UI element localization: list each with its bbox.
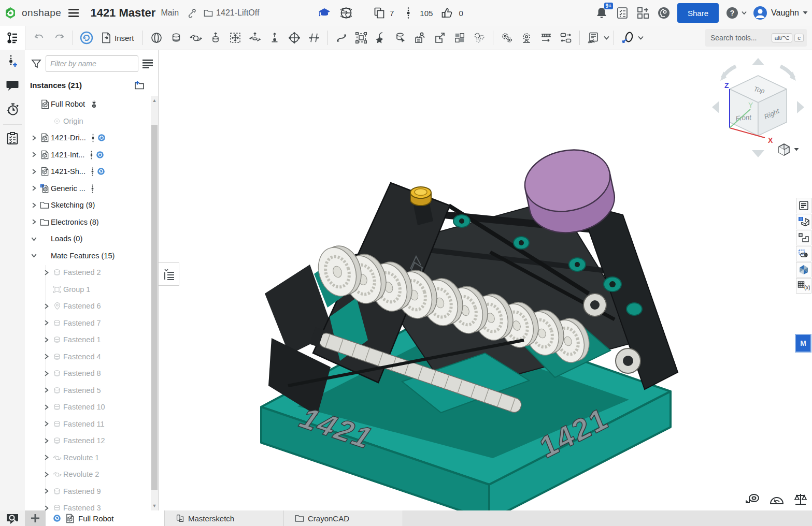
cylindrical-mate-icon[interactable] bbox=[246, 28, 264, 47]
expand-chevron-icon[interactable] bbox=[41, 270, 51, 275]
ball-mate-icon[interactable] bbox=[285, 28, 304, 47]
expand-chevron-icon[interactable] bbox=[41, 354, 51, 359]
update-all-icon[interactable] bbox=[77, 28, 96, 47]
tree-item[interactable]: Generic ... bbox=[25, 180, 151, 197]
standard-content-panel-icon[interactable] bbox=[796, 230, 811, 245]
drawings-panel-icon[interactable] bbox=[796, 246, 811, 261]
relations-icon[interactable] bbox=[470, 28, 489, 47]
belt-icon[interactable] bbox=[557, 28, 575, 47]
document-tab[interactable]: Mastersketch bbox=[165, 510, 284, 526]
tree-item[interactable]: 1421-Int... bbox=[25, 147, 151, 164]
tree-item[interactable]: Fastened 7 bbox=[25, 315, 151, 332]
expand-chevron-icon[interactable] bbox=[29, 169, 38, 174]
tree-item[interactable]: Fastened 10 bbox=[25, 399, 151, 416]
app-grid-icon[interactable] bbox=[636, 6, 650, 20]
expand-chevron-icon[interactable] bbox=[41, 303, 51, 309]
feature-list-toggle[interactable] bbox=[159, 262, 179, 286]
render-studio-panel-icon[interactable] bbox=[796, 262, 811, 277]
filter-input[interactable] bbox=[46, 55, 138, 72]
tree-item[interactable]: 1421-Dri... bbox=[25, 129, 151, 147]
copies-icon[interactable] bbox=[372, 6, 387, 20]
expand-chevron-icon[interactable] bbox=[29, 185, 38, 191]
document-location[interactable]: 1421-LiftOff bbox=[204, 8, 259, 18]
help-icon[interactable]: ? bbox=[725, 6, 739, 20]
planar-mate-icon[interactable] bbox=[226, 28, 245, 47]
graphics-viewport[interactable]: 1421 1421 bbox=[159, 50, 796, 510]
undo-icon[interactable] bbox=[30, 28, 49, 47]
variables-panel-icon[interactable]: (x) bbox=[796, 278, 811, 294]
tree-item[interactable]: Sketching (9) bbox=[25, 197, 151, 214]
tree-item[interactable]: Revolute 2 bbox=[25, 466, 151, 483]
add-tab-button[interactable] bbox=[25, 510, 46, 526]
help-caret-icon[interactable] bbox=[742, 11, 747, 15]
expand-chevron-icon[interactable] bbox=[41, 371, 51, 376]
mass-properties-icon[interactable] bbox=[793, 492, 808, 507]
revolute-mate-icon[interactable] bbox=[187, 28, 205, 47]
expand-chevron-icon[interactable] bbox=[29, 219, 38, 225]
expand-chevron-icon[interactable] bbox=[41, 387, 51, 393]
scroll-up-icon[interactable]: ▲ bbox=[151, 97, 158, 104]
configurations-panel-icon[interactable] bbox=[796, 214, 811, 229]
display-states-combo[interactable] bbox=[584, 28, 609, 47]
pin-slot-mate-icon[interactable] bbox=[265, 28, 284, 47]
gear-relation-icon[interactable] bbox=[497, 28, 516, 47]
parallel-mate-icon[interactable] bbox=[305, 28, 323, 47]
tree-item[interactable]: Fastened 3 bbox=[25, 500, 151, 510]
tree-item[interactable]: 1421-Sh... bbox=[25, 163, 151, 180]
comments-icon[interactable] bbox=[0, 74, 25, 97]
document-tab[interactable]: Full Robot bbox=[46, 510, 165, 526]
release-tasks-icon[interactable] bbox=[615, 6, 630, 20]
like-icon[interactable] bbox=[440, 6, 454, 20]
redo-icon[interactable] bbox=[50, 28, 68, 47]
expand-chevron-icon[interactable] bbox=[29, 202, 38, 208]
assembly-3d-model[interactable]: 1421 1421 bbox=[159, 50, 796, 510]
tape-measure-icon[interactable] bbox=[745, 492, 761, 507]
versions-icon[interactable] bbox=[0, 50, 25, 74]
tangent-mate-icon[interactable] bbox=[332, 28, 351, 47]
exploded-view-icon[interactable] bbox=[618, 28, 637, 47]
tree-item[interactable]: Fastened 8 bbox=[25, 365, 151, 382]
scrollbar-thumb[interactable] bbox=[151, 125, 158, 490]
fastened-mate-icon[interactable] bbox=[167, 28, 186, 47]
tree-item[interactable]: Fastened 12 bbox=[25, 432, 151, 449]
tree-item[interactable]: Loads (0) bbox=[25, 230, 151, 247]
ai-assistant-icon[interactable] bbox=[657, 6, 671, 20]
tree-scrollbar[interactable]: ▲ ▼ bbox=[151, 96, 158, 510]
tasks-icon[interactable] bbox=[0, 127, 25, 151]
expand-chevron-icon[interactable] bbox=[41, 337, 51, 343]
protractor-icon[interactable] bbox=[769, 492, 785, 507]
logo-wordmark[interactable]: onshape bbox=[22, 7, 61, 19]
display-states-icon[interactable] bbox=[584, 28, 603, 47]
pattern-icon[interactable] bbox=[450, 28, 469, 47]
workspace-name[interactable]: Main bbox=[161, 8, 179, 18]
tree-item[interactable]: Mate Features (15) bbox=[25, 247, 151, 265]
tree-item[interactable]: Fastened 1 bbox=[25, 331, 151, 348]
scroll-down-icon[interactable]: ▼ bbox=[151, 502, 158, 509]
tree-item[interactable]: Revolute 1 bbox=[25, 449, 151, 466]
tree-item[interactable]: Origin bbox=[25, 113, 151, 130]
app-panel-icon[interactable]: M bbox=[795, 334, 811, 353]
replace-instances-icon[interactable] bbox=[411, 28, 430, 47]
expand-chevron-icon[interactable] bbox=[41, 472, 51, 477]
expand-chevron-icon[interactable] bbox=[29, 236, 38, 242]
instances-panel-icon[interactable] bbox=[0, 26, 25, 50]
tree-item[interactable]: Fastened 11 bbox=[25, 416, 151, 433]
replicate-icon[interactable] bbox=[391, 28, 410, 47]
expand-chevron-icon[interactable] bbox=[41, 421, 51, 427]
main-menu-icon[interactable] bbox=[66, 6, 81, 20]
tree-item[interactable]: Full Robot bbox=[25, 96, 151, 113]
history-icon[interactable] bbox=[0, 97, 25, 121]
mate-icon[interactable] bbox=[147, 28, 166, 47]
expand-chevron-icon[interactable] bbox=[41, 505, 51, 510]
expand-chevron-icon[interactable] bbox=[41, 438, 51, 444]
slider-mate-icon[interactable] bbox=[206, 28, 225, 47]
search-tools-box[interactable]: Search tools... alt/⌥ c bbox=[705, 29, 807, 47]
add-folder-icon[interactable] bbox=[133, 79, 146, 91]
public-document-globe-icon[interactable] bbox=[339, 6, 353, 20]
rack-pinion-icon[interactable] bbox=[537, 28, 555, 47]
expand-chevron-icon[interactable] bbox=[41, 404, 51, 410]
tree-item[interactable]: Fastened 5 bbox=[25, 382, 151, 399]
list-options-icon[interactable] bbox=[143, 59, 153, 68]
move-to-subassembly-icon[interactable] bbox=[431, 28, 449, 47]
insert-button[interactable]: Insert bbox=[97, 28, 138, 47]
